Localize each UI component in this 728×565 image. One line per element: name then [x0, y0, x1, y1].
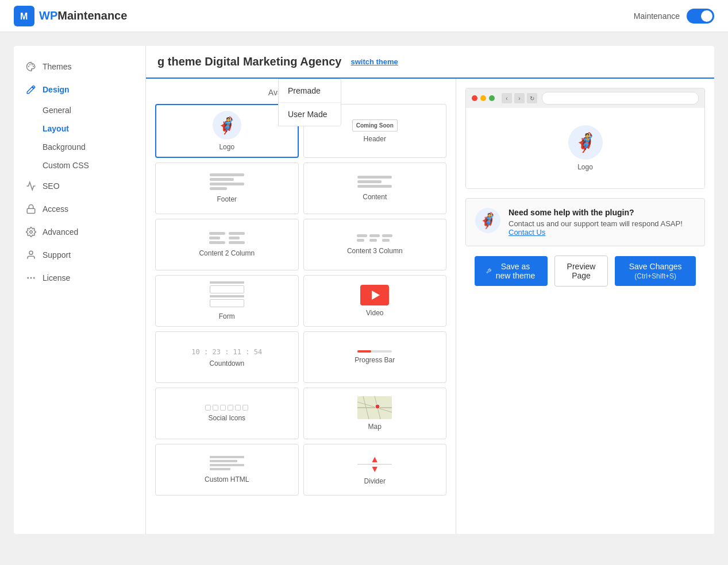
maintenance-label: Maintenance — [634, 11, 680, 21]
sidebar-item-seo-label: SEO — [43, 181, 60, 191]
logo-box: M — [14, 6, 34, 26]
module-countdown[interactable]: 10 : 23 : 11 : 54 Countdown — [155, 331, 299, 383]
preview-logo: 🦸 — [568, 125, 603, 160]
close-dot — [472, 95, 477, 101]
svg-point-8 — [29, 251, 33, 254]
module-content3-label: Content 3 Column — [347, 247, 403, 255]
top-navigation: M WPMaintenance Maintenance — [0, 0, 728, 32]
svg-point-17 — [375, 404, 380, 409]
browser-back-button[interactable]: ‹ — [502, 93, 512, 103]
module-video[interactable]: Video — [303, 275, 447, 327]
module-footer[interactable]: Footer — [155, 162, 299, 214]
help-description: Contact us and our support team will res… — [509, 219, 683, 237]
switch-theme-link[interactable]: switch theme — [350, 57, 398, 66]
top-right-controls: Maintenance — [634, 9, 714, 24]
minimize-dot — [480, 95, 486, 101]
browser-navigation: ‹ › ↻ — [502, 93, 537, 103]
save-changes-button[interactable]: Save Changes (Ctrl+Shift+S) — [615, 256, 696, 286]
content-thumbnail — [357, 176, 392, 189]
help-title: Need some help with the plugin? — [509, 208, 683, 217]
paint-icon — [25, 61, 37, 72]
sidebar-item-design[interactable]: Design — [14, 78, 145, 101]
sidebar-subitem-general[interactable]: General — [14, 101, 145, 119]
map-thumbnail — [357, 396, 392, 419]
divider-thumbnail: ▲ ▼ — [357, 455, 392, 474]
html-thumbnail — [210, 456, 244, 472]
sidebar-subitem-layout[interactable]: Layout — [14, 119, 145, 138]
module-html-label: Custom HTML — [205, 475, 249, 483]
main-card: Themes Design General Layout Background … — [14, 46, 714, 534]
dots-icon — [25, 272, 37, 284]
main-wrapper: Themes Design General Layout Background … — [0, 32, 728, 548]
browser-url-bar — [542, 92, 699, 105]
theme-header: g theme Digital Marketing Agency switch … — [146, 46, 714, 79]
submenu-premade[interactable]: Premade — [279, 79, 341, 103]
module-content[interactable]: Content — [303, 162, 447, 214]
module-social-icons[interactable]: Social Icons — [155, 388, 299, 439]
module-progress-label: Progress Bar — [355, 356, 395, 364]
svg-point-2 — [28, 66, 29, 67]
app-logo: M WPMaintenance — [14, 6, 127, 26]
sidebar-item-design-label: Design — [43, 85, 70, 94]
sidebar-item-support-label: Support — [43, 250, 71, 260]
preview-panel: ‹ › ↻ 🦸 Logo — [456, 79, 714, 534]
svg-point-10 — [30, 277, 32, 278]
save-theme-label: Save as new theme — [495, 262, 536, 280]
browser-dots — [472, 95, 495, 101]
footer-thumbnail — [210, 173, 244, 192]
sidebar-subitem-general-label: General — [43, 106, 71, 115]
sidebar-subitem-background[interactable]: Background — [14, 138, 145, 156]
submenu-user-made[interactable]: User Made — [279, 103, 341, 126]
submenu: Premade User Made — [278, 79, 341, 126]
content2-thumbnail — [209, 232, 245, 246]
preview-logo-wrap: 🦸 Logo — [568, 125, 603, 171]
module-content3[interactable]: Content 3 Column — [303, 219, 447, 270]
maintenance-toggle[interactable] — [687, 9, 714, 24]
svg-point-7 — [30, 231, 33, 234]
sidebar-subitem-custom-css[interactable]: Custom CSS — [14, 156, 145, 175]
browser-refresh-button[interactable]: ↻ — [527, 93, 537, 103]
chart-icon — [25, 180, 37, 192]
module-logo-label: Logo — [219, 143, 234, 151]
module-form[interactable]: Form — [155, 275, 299, 327]
sidebar-subitem-custom-css-label: Custom CSS — [43, 161, 89, 170]
logo-thumbnail: 🦸 — [213, 111, 241, 140]
save-as-new-theme-button[interactable]: Save as new theme — [475, 256, 548, 286]
module-map[interactable]: Map — [303, 388, 447, 439]
module-content2-label: Content 2 Column — [199, 249, 255, 257]
svg-point-3 — [29, 64, 30, 65]
action-bar: Save as new theme Preview Page Save Chan… — [465, 256, 705, 296]
sidebar-item-themes-label: Themes — [43, 62, 72, 71]
pencil-icon — [25, 84, 37, 95]
browser-forward-button[interactable]: › — [514, 93, 525, 103]
maximize-dot — [489, 95, 495, 101]
save-changes-shortcut: (Ctrl+Shift+S) — [634, 272, 676, 280]
theme-title: g theme Digital Marketing Agency — [157, 55, 341, 68]
preview-page-button[interactable]: Preview Page — [554, 256, 608, 287]
module-progress-bar[interactable]: Progress Bar — [303, 331, 447, 383]
svg-rect-6 — [27, 208, 35, 213]
sidebar-item-access[interactable]: Access — [14, 198, 145, 220]
module-custom-html[interactable]: Custom HTML — [155, 444, 299, 496]
contact-us-link[interactable]: Contact Us — [509, 228, 545, 237]
module-video-label: Video — [366, 309, 383, 317]
module-content2[interactable]: Content 2 Column — [155, 219, 299, 270]
body-split: Premade User Made Available/Modules 1 🦸 … — [146, 79, 714, 534]
sidebar-subitem-background-label: Background — [43, 142, 86, 152]
module-divider[interactable]: ▲ ▼ Divider — [303, 444, 447, 496]
browser-bar: ‹ › ↻ — [466, 88, 704, 108]
content3-thumbnail — [357, 234, 392, 243]
module-countdown-label: Countdown — [209, 359, 244, 367]
svg-text:M: M — [20, 11, 28, 21]
save-changes-label: Save Changes — [629, 262, 682, 271]
sidebar-item-advanced[interactable]: Advanced — [14, 220, 145, 243]
sidebar-item-themes[interactable]: Themes — [14, 55, 145, 78]
module-divider-label: Divider — [364, 477, 386, 485]
sidebar-item-seo[interactable]: SEO — [14, 175, 145, 198]
preview-page-label: Preview Page — [567, 262, 596, 280]
sidebar-item-license[interactable]: License — [14, 266, 145, 289]
sidebar-item-support[interactable]: Support — [14, 243, 145, 266]
app-name: WPMaintenance — [39, 9, 127, 22]
module-logo[interactable]: 1 🦸 Logo — [155, 104, 299, 158]
sidebar-item-access-label: Access — [43, 204, 68, 214]
